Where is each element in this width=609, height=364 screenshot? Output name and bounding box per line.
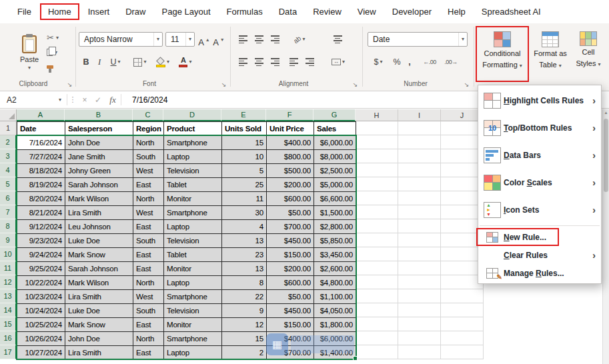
row-header-7[interactable]: 7 bbox=[0, 205, 17, 219]
cell-F2[interactable]: $400.00 bbox=[267, 136, 314, 150]
cell-C5[interactable]: East bbox=[133, 178, 164, 192]
cell-C7[interactable]: West bbox=[133, 206, 164, 220]
cell-B2[interactable]: John Doe bbox=[65, 136, 133, 150]
cell-G3[interactable]: $8,000.00 bbox=[314, 150, 356, 164]
cell-D3[interactable]: Laptop bbox=[164, 150, 222, 164]
cell-A2[interactable]: 7/16/2024 bbox=[17, 136, 65, 150]
row-header-4[interactable]: 4 bbox=[0, 163, 17, 177]
cell-C9[interactable]: South bbox=[133, 234, 164, 248]
cell-E17[interactable]: 2 bbox=[222, 346, 267, 360]
cell-B4[interactable]: Johny Green bbox=[65, 164, 133, 178]
cell-F3[interactable]: $800.00 bbox=[267, 150, 314, 164]
cell-B1[interactable]: Salesperson bbox=[65, 122, 133, 136]
tab-home[interactable]: Home bbox=[40, 3, 79, 20]
cell-A14[interactable]: 10/24/2024 bbox=[17, 304, 65, 318]
row-header-6[interactable]: 6 bbox=[0, 191, 17, 205]
cell-A6[interactable]: 8/20/2024 bbox=[17, 192, 65, 206]
tab-page-layout[interactable]: Page Layout bbox=[154, 3, 219, 20]
tab-data[interactable]: Data bbox=[271, 3, 305, 20]
row-header-8[interactable]: 8 bbox=[0, 219, 17, 233]
cell-A11[interactable]: 9/25/2024 bbox=[17, 262, 65, 276]
column-header-D[interactable]: D bbox=[163, 109, 221, 121]
row-header-12[interactable]: 12 bbox=[0, 275, 17, 289]
cell-E16[interactable]: 15 bbox=[222, 332, 267, 346]
tab-review[interactable]: Review bbox=[305, 3, 350, 20]
cell-G5[interactable]: $5,000.00 bbox=[314, 178, 356, 192]
select-all-corner[interactable] bbox=[0, 109, 17, 121]
cell-D16[interactable]: Smartphone bbox=[164, 332, 222, 346]
cell-F14[interactable]: $450.00 bbox=[267, 304, 314, 318]
cell-G9[interactable]: $5,850.00 bbox=[314, 234, 356, 248]
wrap-text-button[interactable] bbox=[331, 32, 344, 47]
menu-item-color-scales[interactable]: Color Scales › bbox=[478, 169, 601, 196]
cell-G16[interactable]: $6,000.00 bbox=[314, 332, 356, 346]
cell-A4[interactable]: 8/18/2024 bbox=[17, 164, 65, 178]
cell-A8[interactable]: 9/12/2024 bbox=[17, 220, 65, 234]
menu-item-icon-sets[interactable]: ▲►▼ Icon Sets › bbox=[478, 196, 601, 223]
cell-C17[interactable]: East bbox=[133, 346, 164, 360]
menu-item-data-bars[interactable]: Data Bars › bbox=[478, 141, 601, 169]
cell-G15[interactable]: $1,800.00 bbox=[314, 318, 356, 332]
formula-input[interactable]: 7/16/2024 bbox=[121, 91, 167, 108]
row-header-9[interactable]: 9 bbox=[0, 233, 17, 247]
cell-C14[interactable]: South bbox=[133, 304, 164, 318]
cell-G14[interactable]: $4,050.00 bbox=[314, 304, 356, 318]
cell-D2[interactable]: Smartphone bbox=[164, 136, 222, 150]
cell-E7[interactable]: 30 bbox=[222, 206, 267, 220]
row-header-3[interactable]: 3 bbox=[0, 149, 17, 163]
format-painter-button[interactable] bbox=[47, 61, 69, 73]
cell-E2[interactable]: 15 bbox=[222, 136, 267, 150]
cell-B9[interactable]: Luke Doe bbox=[65, 234, 133, 248]
row-header-10[interactable]: 10 bbox=[0, 247, 17, 261]
row-header-17[interactable]: 17 bbox=[0, 345, 17, 359]
format-as-table-button[interactable]: Format as Table ▾ bbox=[532, 28, 569, 80]
cell-F7[interactable]: $50.00 bbox=[267, 206, 314, 220]
cell-F17[interactable]: $700.00 bbox=[267, 346, 314, 360]
cell-D11[interactable]: Monitor bbox=[164, 262, 222, 276]
cell-B8[interactable]: Leu Johnson bbox=[65, 220, 133, 234]
cell-A15[interactable]: 10/25/2024 bbox=[17, 318, 65, 332]
fill-color-button[interactable]: ▾ bbox=[153, 55, 172, 69]
cell-C12[interactable]: North bbox=[133, 276, 164, 290]
increase-indent-button[interactable] bbox=[303, 55, 316, 69]
cell-A16[interactable]: 10/26/2024 bbox=[17, 332, 65, 346]
cell-F16[interactable]: $400.00 bbox=[267, 332, 314, 346]
tab-view[interactable]: View bbox=[350, 3, 384, 20]
font-color-button[interactable]: A▾ bbox=[176, 55, 195, 69]
cell-G1[interactable]: Sales bbox=[314, 122, 356, 136]
cell-C6[interactable]: North bbox=[133, 192, 164, 206]
cell-D15[interactable]: Monitor bbox=[164, 318, 222, 332]
cell-B11[interactable]: Sarah Johnson bbox=[65, 262, 133, 276]
cell-F15[interactable]: $150.00 bbox=[267, 318, 314, 332]
column-header-I[interactable]: I bbox=[398, 109, 441, 121]
cell-G11[interactable]: $2,600.00 bbox=[314, 262, 356, 276]
cell-F10[interactable]: $150.00 bbox=[267, 248, 314, 262]
cancel-button[interactable]: × bbox=[78, 91, 91, 108]
align-right-button[interactable] bbox=[268, 55, 281, 69]
cell-G4[interactable]: $2,500.00 bbox=[314, 164, 356, 178]
menu-item-highlight-cells-rules[interactable]: Highlight Cells Rules › bbox=[478, 87, 601, 114]
row-header-11[interactable]: 11 bbox=[0, 261, 17, 275]
cell-F1[interactable]: Unit Price bbox=[267, 122, 314, 136]
cell-C15[interactable]: East bbox=[133, 318, 164, 332]
scrollbar-thumb[interactable] bbox=[604, 119, 608, 192]
cell-D14[interactable]: Television bbox=[164, 304, 222, 318]
font-size-combo[interactable]: 11 ▾ bbox=[165, 32, 195, 47]
cell-E8[interactable]: 4 bbox=[222, 220, 267, 234]
tab-draw[interactable]: Draw bbox=[117, 3, 153, 20]
cell-B13[interactable]: Lira Smith bbox=[65, 290, 133, 304]
cut-button[interactable]: ✂▾ bbox=[47, 31, 69, 44]
row-header-15[interactable]: 15 bbox=[0, 317, 17, 331]
accounting-format-button[interactable]: $▾ bbox=[370, 55, 387, 69]
cell-E1[interactable]: Units Sold bbox=[222, 122, 267, 136]
column-header-F[interactable]: F bbox=[266, 109, 314, 121]
cell-B5[interactable]: Sarah Johnson bbox=[65, 178, 133, 192]
alignment-dialog-launcher[interactable]: ↘ bbox=[352, 81, 359, 88]
align-top-button[interactable] bbox=[236, 32, 249, 47]
cell-D13[interactable]: Smartphone bbox=[164, 290, 222, 304]
cell-G12[interactable]: $4,800.00 bbox=[314, 276, 356, 290]
menu-item-new-rule[interactable]: New Rule... bbox=[478, 228, 601, 246]
tab-spreadsheet-ai[interactable]: Spreadsheet AI bbox=[474, 3, 549, 20]
cell-E13[interactable]: 22 bbox=[222, 290, 267, 304]
number-format-combo[interactable]: Date ▾ bbox=[368, 32, 468, 47]
